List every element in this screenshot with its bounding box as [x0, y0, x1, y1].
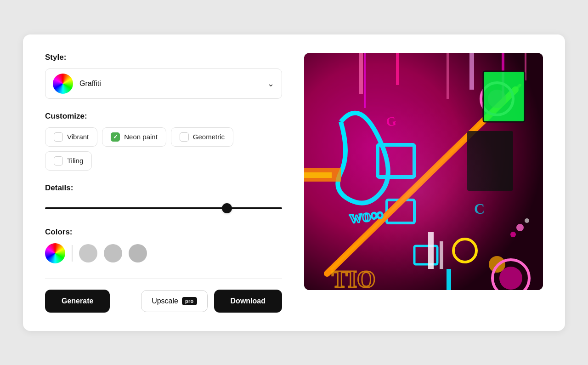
svg-rect-2 — [359, 53, 363, 94]
right-panel: wo∞ TIO G C — [304, 53, 543, 313]
color-swatch-2[interactable] — [104, 244, 122, 262]
details-slider[interactable] — [45, 207, 282, 209]
svg-rect-3 — [364, 53, 366, 108]
chevron-down-icon: ⌄ — [267, 79, 274, 89]
upscale-button[interactable]: Upscale pro — [141, 290, 207, 312]
svg-point-32 — [525, 218, 529, 223]
checkbox-geometric-label: Geometric — [193, 133, 225, 141]
colors-label: Colors: — [45, 228, 282, 237]
checkbox-neon-paint-box — [111, 132, 120, 142]
svg-text:TIO: TIO — [332, 266, 375, 290]
svg-text:G: G — [385, 114, 397, 129]
checkbox-geometric-box — [180, 132, 189, 142]
image-preview: wo∞ TIO G C — [304, 53, 543, 290]
svg-point-33 — [510, 232, 516, 237]
download-button[interactable]: Download — [214, 290, 282, 313]
checkbox-neon-paint[interactable]: Neon paint — [102, 127, 166, 147]
details-section: Details: — [45, 183, 282, 215]
svg-rect-6 — [469, 53, 474, 90]
color-swatch-1[interactable] — [79, 244, 97, 262]
pro-badge: pro — [182, 297, 197, 305]
upscale-label: Upscale — [152, 297, 178, 305]
main-card: Style: Graffiti ⌄ Customize: Vibrant Neo… — [23, 34, 565, 331]
customize-section: Customize: Vibrant Neon paint Geometric … — [45, 112, 282, 171]
colors-row — [45, 243, 282, 263]
checkbox-neon-paint-label: Neon paint — [124, 133, 158, 141]
checkbox-tiling-label: Tiling — [67, 157, 83, 165]
svg-point-21 — [499, 267, 522, 290]
color-separator — [72, 245, 73, 262]
bottom-actions: Generate Upscale pro Download — [45, 290, 282, 313]
generate-button[interactable]: Generate — [45, 290, 110, 313]
style-label: Style: — [45, 53, 282, 62]
colors-section: Colors: — [45, 228, 282, 263]
right-actions: Upscale pro Download — [141, 290, 282, 313]
customize-label: Customize: — [45, 112, 282, 121]
style-name: Graffiti — [79, 80, 261, 88]
svg-point-30 — [336, 99, 502, 283]
slider-container — [45, 199, 282, 215]
left-panel: Style: Graffiti ⌄ Customize: Vibrant Neo… — [45, 53, 282, 313]
style-section: Style: Graffiti ⌄ — [45, 53, 282, 99]
svg-rect-5 — [447, 53, 449, 99]
color-swatch-3[interactable] — [129, 244, 147, 262]
svg-rect-26 — [304, 172, 332, 178]
svg-rect-4 — [396, 53, 399, 85]
checkbox-tiling-box — [54, 156, 63, 165]
checkbox-vibrant-box — [54, 132, 63, 142]
bottom-divider — [45, 278, 282, 279]
checkbox-vibrant[interactable]: Vibrant — [45, 127, 97, 147]
checkbox-geometric[interactable]: Geometric — [171, 127, 233, 147]
svg-text:C: C — [474, 200, 485, 217]
svg-point-31 — [516, 224, 524, 231]
style-dropdown[interactable]: Graffiti ⌄ — [45, 68, 282, 99]
graffiti-image: wo∞ TIO G C — [304, 53, 543, 290]
checkbox-tiling[interactable]: Tiling — [45, 151, 92, 171]
svg-rect-18 — [483, 71, 525, 122]
checkbox-vibrant-label: Vibrant — [67, 133, 89, 141]
customize-options: Vibrant Neon paint Geometric Tiling — [45, 127, 282, 171]
style-thumbnail — [53, 74, 73, 94]
color-wheel[interactable] — [45, 243, 65, 263]
details-label: Details: — [45, 183, 282, 193]
